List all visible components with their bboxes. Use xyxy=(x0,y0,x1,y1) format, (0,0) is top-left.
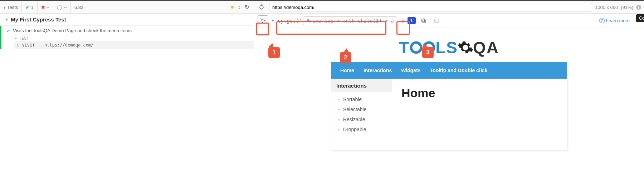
page-title: Home xyxy=(401,86,557,100)
spec-title: My First Cypress Test xyxy=(11,16,66,23)
pass-count: ✔ 1 xyxy=(22,1,37,13)
learn-more-link[interactable]: ? Learn more xyxy=(599,18,630,23)
sidebar-title: Interactions xyxy=(331,79,392,92)
svg-point-0 xyxy=(260,5,263,9)
selector-method-dropdown[interactable]: ▼ xyxy=(271,19,275,23)
info-icon[interactable]: i xyxy=(636,5,641,10)
x-icon: ✖ xyxy=(41,5,45,10)
bullet-icon xyxy=(338,129,340,131)
command-number: 1 xyxy=(16,43,22,47)
command-row[interactable]: 1 VISIT https://demoqa.com/ xyxy=(14,41,254,49)
match-count-badge: 1 xyxy=(408,17,416,24)
copy-icon xyxy=(421,18,426,24)
viewport-scale: (91%) xyxy=(621,5,633,10)
print-to-console-button[interactable] xyxy=(431,16,441,26)
selector-suffix: ') xyxy=(399,18,405,24)
back-to-tests-button[interactable]: Tests xyxy=(0,1,22,13)
duration: 6.82 xyxy=(71,1,87,13)
sidebar-item[interactable]: Sortable xyxy=(331,94,392,104)
svg-point-8 xyxy=(411,43,421,53)
check-icon: ✔ xyxy=(25,5,29,10)
pending-count: ◯ -- xyxy=(53,1,71,13)
pending-icon: ◯ xyxy=(57,5,62,10)
sidebar: Interactions Sortable Selectable Resizab… xyxy=(331,79,392,150)
cypress-command-log: Tests ✔ 1 ✖ -- ◯ -- 6.82 xyxy=(0,1,254,187)
nav-link-interactions[interactable]: Interactions xyxy=(364,68,392,73)
fail-count: ✖ -- xyxy=(38,1,54,13)
svg-rect-6 xyxy=(422,19,425,21)
annotation-badge-1: 1 xyxy=(268,47,280,58)
question-icon: ? xyxy=(599,18,605,23)
test-row[interactable]: ✔ Visits the ToolsQA Demo Page and check… xyxy=(1,26,254,36)
test-title: Visits the ToolsQA Demo Page and check t… xyxy=(13,28,132,33)
app-preview-panel: 1000 x 660 (91%) i ▼ cy.get(' #menu-top … xyxy=(254,1,644,187)
selector-playground-row: ▼ cy.get(' #menu-top > :nth-child(3) > a… xyxy=(254,14,644,28)
picker-icon xyxy=(260,18,266,24)
selector-prefix: cy.get(' xyxy=(278,18,302,24)
caret-down-icon: ▼ xyxy=(14,37,18,40)
selector-playground-toggle[interactable] xyxy=(257,3,266,12)
viewport-size: 1000 x 660 xyxy=(595,5,618,10)
chevron-left-icon xyxy=(4,4,7,11)
runner-toolbar: Tests ✔ 1 ✖ -- ◯ -- 6.82 xyxy=(0,1,254,14)
bullet-icon xyxy=(338,119,340,120)
back-label: Tests xyxy=(7,5,18,10)
gear-icon xyxy=(457,39,474,56)
annotation-badge-2: 2 xyxy=(340,52,351,63)
bullet-icon xyxy=(338,109,340,110)
main-nav: Home Interactions Widgets Tooltip and Do… xyxy=(331,62,567,79)
letter-o-icon xyxy=(409,40,423,55)
expand-collapse-button[interactable] xyxy=(238,4,240,10)
sidebar-item[interactable]: Droppable xyxy=(331,124,392,134)
command-message: https://demoqa.com/ xyxy=(44,43,93,48)
annotation-badge-3: 3 xyxy=(422,47,434,58)
sidebar-item[interactable]: Selectable xyxy=(331,104,392,114)
caret-down-icon: ▼ xyxy=(5,18,9,21)
selector-value[interactable]: #menu-top > :nth-child(3) > a xyxy=(303,16,397,25)
sidebar-item[interactable]: Resizable xyxy=(331,114,392,124)
terminal-icon xyxy=(434,18,439,24)
nav-link-widgets[interactable]: Widgets xyxy=(401,68,420,73)
status-dot-icon xyxy=(231,6,234,9)
command-section-label: ▼ TEST xyxy=(14,36,254,40)
svg-rect-7 xyxy=(434,19,439,22)
bullet-icon xyxy=(338,99,340,100)
nav-link-tooltip[interactable]: Tooltip and Double click xyxy=(430,68,488,73)
selector-code: cy.get(' #menu-top > :nth-child(3) > a '… xyxy=(278,16,405,25)
main-content: Home xyxy=(392,79,567,150)
copy-tooltip: Copy to clipboard xyxy=(636,14,644,22)
svg-rect-5 xyxy=(423,20,425,23)
spec-header[interactable]: ▼ My First Cypress Test xyxy=(0,14,254,26)
nav-link-home[interactable]: Home xyxy=(340,68,354,73)
element-picker-button[interactable] xyxy=(258,15,268,26)
check-icon: ✔ xyxy=(6,29,10,34)
crosshair-icon xyxy=(259,4,264,10)
reload-button[interactable] xyxy=(245,4,249,10)
content-box: Interactions Sortable Selectable Resizab… xyxy=(331,79,567,150)
url-input[interactable] xyxy=(269,3,592,11)
command-name: VISIT xyxy=(22,43,44,48)
app-under-test[interactable]: TLSQA Home Interactions Widgets Tooltip … xyxy=(254,28,644,187)
site-logo: TLSQA xyxy=(254,28,644,62)
copy-to-clipboard-button[interactable] xyxy=(419,16,429,26)
preview-url-bar: 1000 x 660 (91%) i xyxy=(254,1,644,14)
